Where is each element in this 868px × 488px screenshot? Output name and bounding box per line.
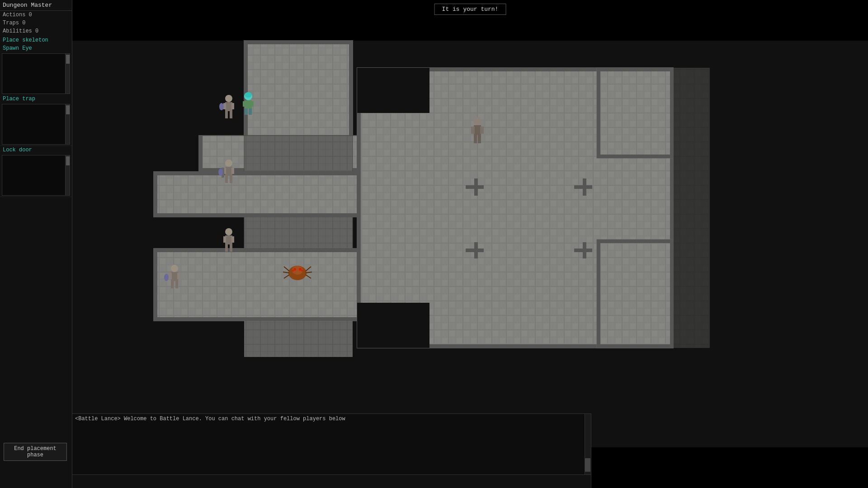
svg-rect-39 [474,178,478,196]
svg-rect-29 [154,249,366,252]
svg-rect-25 [154,249,366,321]
svg-rect-51 [597,239,674,348]
svg-rect-87 [171,272,178,281]
place-trap-action[interactable]: Place trap [0,95,72,103]
chat-input-row [72,474,591,488]
svg-rect-47 [597,68,674,71]
svg-rect-77 [230,176,232,183]
abilities-scroll-thumb [66,156,70,165]
chat-message-0: <Battle Lance> Welcome to Battle Lance. … [75,416,582,422]
svg-rect-36 [357,68,429,113]
svg-rect-45 [583,242,586,258]
svg-rect-43 [474,242,478,258]
svg-rect-73 [225,167,232,176]
svg-rect-67 [245,100,252,108]
svg-rect-24 [154,172,366,175]
chat-scrollbar[interactable] [585,414,591,474]
chat-scroll-thumb [585,458,590,472]
svg-rect-55 [597,239,674,243]
svg-point-58 [225,95,232,102]
svg-point-105 [473,117,481,125]
actions-count-label: Actions 0 [0,11,72,19]
svg-rect-12 [244,41,353,44]
actions-scrollbar[interactable] [65,54,70,94]
abilities-count-label: Abilities 0 [0,27,72,35]
left-panel: Dungeon Master Actions 0 Traps 0 Abiliti… [0,0,72,488]
svg-rect-91 [175,281,178,288]
svg-rect-109 [474,135,477,143]
actions-box [2,53,70,94]
traps-count-label: Traps 0 [0,19,72,27]
svg-rect-61 [231,103,234,109]
svg-rect-83 [231,236,234,243]
abilities-section: Lock door [0,146,72,197]
place-skeleton-action[interactable]: Place skeleton [0,36,72,44]
svg-rect-50 [597,155,674,158]
svg-rect-53 [670,239,674,348]
chat-messages: <Battle Lance> Welcome to Battle Lance. … [72,414,585,474]
svg-point-66 [245,92,252,98]
svg-rect-57 [674,68,710,348]
svg-rect-90 [171,281,174,288]
svg-point-64 [219,103,224,110]
traps-section: Place trap [0,95,72,146]
svg-rect-13 [244,41,248,136]
svg-point-96 [299,268,302,271]
svg-rect-108 [480,127,484,134]
svg-rect-81 [225,235,232,244]
svg-rect-84 [225,244,228,252]
chat-input[interactable] [72,475,591,488]
abilities-box [2,155,70,196]
svg-point-86 [171,265,178,272]
svg-rect-49 [670,68,674,158]
svg-point-79 [218,169,223,176]
svg-rect-85 [230,244,232,252]
svg-rect-107 [471,127,475,134]
svg-rect-68 [243,101,245,107]
actions-scroll-thumb [66,55,70,64]
svg-point-80 [225,228,232,235]
svg-rect-22 [154,213,366,217]
svg-rect-54 [597,344,674,348]
end-placement-button[interactable]: End placement phase [4,443,67,461]
svg-rect-75 [231,168,234,174]
turn-notice: It is your turn! [434,4,506,15]
svg-rect-82 [223,236,226,243]
chat-area: <Battle Lance> Welcome to Battle Lance. … [72,413,591,488]
svg-rect-69 [251,101,254,107]
svg-rect-89 [177,273,180,279]
svg-rect-106 [474,125,481,135]
traps-box [2,104,70,145]
svg-rect-20 [154,172,366,217]
svg-rect-48 [597,68,600,158]
svg-rect-70 [245,108,248,115]
svg-point-92 [164,274,169,281]
traps-scroll-thumb [66,105,70,114]
svg-rect-26 [154,249,157,321]
lock-door-action[interactable]: Lock door [0,146,72,154]
spawn-eye-action[interactable]: Spawn Eye [0,44,72,52]
svg-rect-59 [225,102,232,111]
svg-point-97 [292,270,294,272]
svg-point-72 [225,160,232,167]
bottom-spacer [0,479,72,488]
traps-scrollbar[interactable] [65,104,70,144]
svg-rect-110 [478,135,481,143]
svg-rect-88 [169,273,172,279]
svg-rect-71 [249,108,252,115]
svg-rect-76 [225,176,228,183]
svg-rect-28 [154,317,366,321]
abilities-scrollbar[interactable] [65,155,70,195]
svg-rect-21 [154,172,157,217]
svg-rect-46 [597,68,674,158]
svg-rect-37 [357,303,429,348]
panel-spacer [0,197,72,479]
svg-rect-41 [583,178,586,196]
svg-rect-11 [244,41,353,136]
svg-rect-63 [230,111,232,118]
svg-rect-16 [199,136,203,172]
svg-rect-62 [225,111,228,118]
svg-rect-14 [349,41,353,136]
svg-point-98 [301,270,303,272]
svg-point-95 [293,268,296,271]
